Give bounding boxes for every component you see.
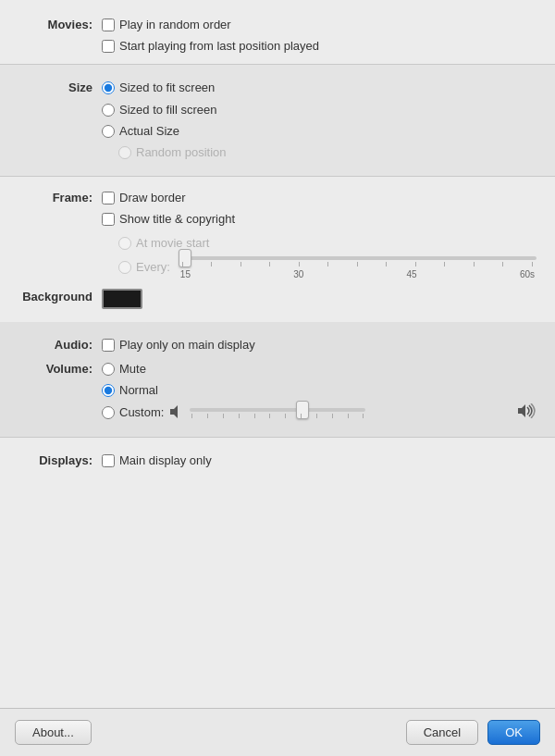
frame-every-radio[interactable] <box>118 261 131 274</box>
volume-custom-radio[interactable] <box>102 406 115 419</box>
background-label: Background <box>18 289 102 304</box>
volume-row: Volume: Mute Normal Custom: <box>18 361 536 422</box>
audio-controls: Play only on main display <box>102 337 536 353</box>
cancel-button[interactable]: Cancel <box>406 720 478 745</box>
size-section: Size Sized to fit screen Sized to fill s… <box>0 64 555 177</box>
size-label: Size <box>18 80 102 94</box>
ok-button[interactable]: OK <box>487 720 540 745</box>
frame-title-label: Show title & copyright <box>119 211 235 228</box>
displays-label: Displays: <box>18 452 102 467</box>
frame-interval-slider[interactable] <box>179 256 536 260</box>
frame-border-label: Draw border <box>119 190 186 206</box>
frame-tick-labels: 15 30 45 60s <box>179 269 536 279</box>
frame-controls: Draw border Show title & copyright At mo… <box>102 190 536 279</box>
movies-lastpos-label: Start playing from last position played <box>119 38 319 55</box>
volume-controls: Mute Normal Custom: <box>102 361 536 422</box>
volume-high-icon <box>516 403 536 422</box>
tick-label-60: 60s <box>520 269 535 279</box>
displays-section: Displays: Main display only <box>0 438 555 484</box>
background-row: Background <box>18 289 536 309</box>
audio-main-display-row: Play only on main display <box>102 337 536 353</box>
volume-normal-radio[interactable] <box>102 384 115 397</box>
volume-slider-container <box>190 408 512 418</box>
background-controls <box>102 289 536 309</box>
movies-section: Movies: Play in random order Start playi… <box>0 0 555 64</box>
tick-label-30: 30 <box>293 269 303 279</box>
volume-custom-row: Custom: <box>102 403 536 422</box>
size-actual-row: Actual Size <box>102 123 536 140</box>
movies-controls: Play in random order Start playing from … <box>102 17 536 55</box>
size-actual-radio[interactable] <box>102 125 115 138</box>
background-swatch[interactable] <box>102 289 142 309</box>
movies-random-checkbox[interactable] <box>102 19 115 31</box>
size-controls: Sized to fit screen Sized to fill screen… <box>102 80 536 161</box>
size-random-radio[interactable] <box>118 146 131 159</box>
volume-mute-radio[interactable] <box>102 363 115 376</box>
button-bar: About... Cancel OK <box>0 708 555 756</box>
frame-every-label: Every: <box>136 259 170 276</box>
movies-label: Movies: <box>18 17 102 31</box>
displays-controls: Main display only <box>102 452 536 469</box>
tick-label-45: 45 <box>407 269 417 279</box>
size-fill-radio[interactable] <box>102 104 115 117</box>
volume-low-icon <box>168 404 185 422</box>
size-fit-radio[interactable] <box>102 81 115 94</box>
frame-every-row: Every: <box>118 256 536 279</box>
volume-tick-marks <box>190 414 365 418</box>
frame-title-row: Show title & copyright <box>102 211 536 228</box>
volume-normal-row: Normal <box>102 382 536 399</box>
frame-tick-marks <box>179 262 536 266</box>
frame-title-checkbox[interactable] <box>102 213 115 226</box>
audio-main-display-label: Play only on main display <box>119 337 255 353</box>
displays-main-label: Main display only <box>119 452 212 469</box>
frame-border-row: Draw border <box>102 190 536 206</box>
svg-marker-1 <box>518 404 525 417</box>
frame-label: Frame: <box>18 190 102 204</box>
frame-border-checkbox[interactable] <box>102 192 115 204</box>
about-button[interactable]: About... <box>15 720 92 745</box>
displays-main-checkbox[interactable] <box>102 454 115 467</box>
svg-marker-0 <box>170 405 178 418</box>
volume-label: Volume: <box>18 361 102 376</box>
tick-label-15: 15 <box>180 269 191 279</box>
size-fill-label: Sized to fill screen <box>119 102 217 118</box>
volume-mute-row: Mute <box>102 361 536 378</box>
audio-section: Audio: Play only on main display Volume:… <box>0 322 555 439</box>
audio-main-display-checkbox[interactable] <box>102 339 115 352</box>
audio-label: Audio: <box>18 337 102 352</box>
movies-lastpos-row: Start playing from last position played <box>102 38 536 55</box>
volume-custom-slider[interactable] <box>190 408 365 412</box>
size-fill-row: Sized to fill screen <box>102 102 536 118</box>
size-fit-label: Sized to fit screen <box>119 80 215 96</box>
volume-normal-label: Normal <box>119 382 158 399</box>
frame-moviestart-radio[interactable] <box>118 237 131 250</box>
movies-random-label: Play in random order <box>119 17 231 33</box>
frame-section: Frame: Draw border Show title & copyrigh… <box>0 177 555 322</box>
size-fit-row: Sized to fit screen <box>102 80 536 96</box>
volume-custom-label: Custom: <box>119 404 164 421</box>
size-random-row: Random position <box>118 144 536 161</box>
size-random-label: Random position <box>136 144 227 161</box>
frame-slider-container: 15 30 45 60s <box>179 256 536 279</box>
main-button-group: Cancel OK <box>406 720 540 745</box>
movies-random-row: Play in random order <box>102 17 536 33</box>
displays-main-row: Main display only <box>102 452 536 469</box>
volume-mute-label: Mute <box>119 361 146 378</box>
size-actual-label: Actual Size <box>119 123 179 140</box>
movies-lastpos-checkbox[interactable] <box>102 40 115 53</box>
